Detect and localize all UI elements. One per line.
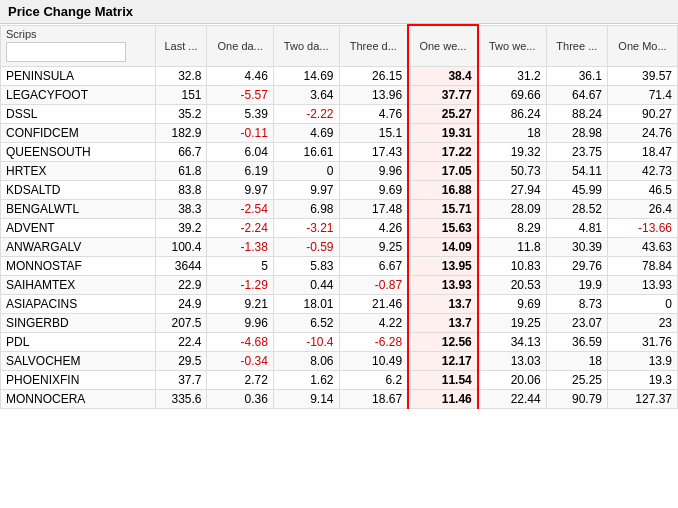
data-cell: 22.44 <box>478 389 546 408</box>
table-row: PHOENIXFIN37.72.721.626.211.5420.0625.25… <box>1 370 678 389</box>
data-cell: 31.76 <box>608 332 678 351</box>
data-cell: 3644 <box>155 256 207 275</box>
data-cell: 29.76 <box>546 256 607 275</box>
data-cell: 9.69 <box>339 180 408 199</box>
data-cell: 9.96 <box>207 313 273 332</box>
data-cell: 38.3 <box>155 199 207 218</box>
table-row: HRTEX61.86.1909.9617.0550.7354.1142.73 <box>1 161 678 180</box>
data-cell: -6.28 <box>339 332 408 351</box>
data-cell: 0.36 <box>207 389 273 408</box>
data-cell: 39.2 <box>155 218 207 237</box>
data-cell: -1.29 <box>207 275 273 294</box>
data-cell: 11.54 <box>408 370 478 389</box>
data-cell: 9.14 <box>273 389 339 408</box>
data-cell: 3.64 <box>273 85 339 104</box>
data-cell: 37.7 <box>155 370 207 389</box>
data-cell: 335.6 <box>155 389 207 408</box>
table-row: ADVENT39.2-2.24-3.214.2615.638.294.81-13… <box>1 218 678 237</box>
data-cell: 6.04 <box>207 142 273 161</box>
scrip-name-cell: SALVOCHEM <box>1 351 156 370</box>
data-cell: 78.84 <box>608 256 678 275</box>
two-week-header: Two we... <box>478 25 546 66</box>
data-cell: 6.67 <box>339 256 408 275</box>
data-cell: 9.96 <box>339 161 408 180</box>
data-cell: 25.27 <box>408 104 478 123</box>
data-cell: 35.2 <box>155 104 207 123</box>
data-cell: 19.9 <box>546 275 607 294</box>
scrip-name-cell: MONNOSTAF <box>1 256 156 275</box>
data-cell: 21.46 <box>339 294 408 313</box>
data-cell: 9.97 <box>273 180 339 199</box>
two-day-header: Two da... <box>273 25 339 66</box>
data-cell: 151 <box>155 85 207 104</box>
data-cell: 46.5 <box>608 180 678 199</box>
scrip-name-cell: PDL <box>1 332 156 351</box>
table-row: MONNOCERA335.60.369.1418.6711.4622.4490.… <box>1 389 678 408</box>
scrip-search-input[interactable] <box>6 42 126 62</box>
data-cell: -0.87 <box>339 275 408 294</box>
data-cell: 23 <box>608 313 678 332</box>
data-cell: 26.4 <box>608 199 678 218</box>
data-cell: 13.93 <box>408 275 478 294</box>
data-cell: 4.26 <box>339 218 408 237</box>
data-cell: 34.13 <box>478 332 546 351</box>
data-cell: 86.24 <box>478 104 546 123</box>
one-day-header: One da... <box>207 25 273 66</box>
data-cell: 64.67 <box>546 85 607 104</box>
data-cell: 13.96 <box>339 85 408 104</box>
data-cell: 22.4 <box>155 332 207 351</box>
data-cell: -2.54 <box>207 199 273 218</box>
data-cell: 19.25 <box>478 313 546 332</box>
data-cell: 100.4 <box>155 237 207 256</box>
data-cell: 39.57 <box>608 66 678 85</box>
data-cell: 20.53 <box>478 275 546 294</box>
data-cell: 38.4 <box>408 66 478 85</box>
data-cell: 18.67 <box>339 389 408 408</box>
data-cell: 9.69 <box>478 294 546 313</box>
data-cell: 19.3 <box>608 370 678 389</box>
data-cell: 61.8 <box>155 161 207 180</box>
data-cell: 6.98 <box>273 199 339 218</box>
data-cell: -1.38 <box>207 237 273 256</box>
data-cell: 13.93 <box>608 275 678 294</box>
data-cell: 28.52 <box>546 199 607 218</box>
data-cell: -2.24 <box>207 218 273 237</box>
data-cell: 16.61 <box>273 142 339 161</box>
data-cell: -4.68 <box>207 332 273 351</box>
data-cell: 5.39 <box>207 104 273 123</box>
table-row: SALVOCHEM29.5-0.348.0610.4912.1713.03181… <box>1 351 678 370</box>
data-cell: 32.8 <box>155 66 207 85</box>
data-cell: 8.29 <box>478 218 546 237</box>
scrip-name-cell: ADVENT <box>1 218 156 237</box>
data-cell: 6.52 <box>273 313 339 332</box>
table-row: PENINSULA32.84.4614.6926.1538.431.236.13… <box>1 66 678 85</box>
data-cell: -13.66 <box>608 218 678 237</box>
scrip-name-cell: MONNOCERA <box>1 389 156 408</box>
data-cell: 4.81 <box>546 218 607 237</box>
data-cell: 17.48 <box>339 199 408 218</box>
data-cell: 27.94 <box>478 180 546 199</box>
data-cell: 14.69 <box>273 66 339 85</box>
data-cell: 13.7 <box>408 294 478 313</box>
data-cell: 36.59 <box>546 332 607 351</box>
data-cell: 5 <box>207 256 273 275</box>
data-cell: -10.4 <box>273 332 339 351</box>
table-row: CONFIDCEM182.9-0.114.6915.119.311828.982… <box>1 123 678 142</box>
data-cell: 6.19 <box>207 161 273 180</box>
data-cell: 4.22 <box>339 313 408 332</box>
data-cell: 18 <box>546 351 607 370</box>
data-cell: 9.21 <box>207 294 273 313</box>
data-cell: -3.21 <box>273 218 339 237</box>
data-cell: 88.24 <box>546 104 607 123</box>
data-cell: 90.79 <box>546 389 607 408</box>
data-cell: 17.22 <box>408 142 478 161</box>
data-cell: 71.4 <box>608 85 678 104</box>
data-cell: -0.11 <box>207 123 273 142</box>
data-cell: 45.99 <box>546 180 607 199</box>
data-cell: -5.57 <box>207 85 273 104</box>
data-cell: 2.72 <box>207 370 273 389</box>
data-cell: 19.31 <box>408 123 478 142</box>
three-week-header: Three ... <box>546 25 607 66</box>
table-row: DSSL35.25.39-2.224.7625.2786.2488.2490.2… <box>1 104 678 123</box>
table-row: BENGALWTL38.3-2.546.9817.4815.7128.0928.… <box>1 199 678 218</box>
